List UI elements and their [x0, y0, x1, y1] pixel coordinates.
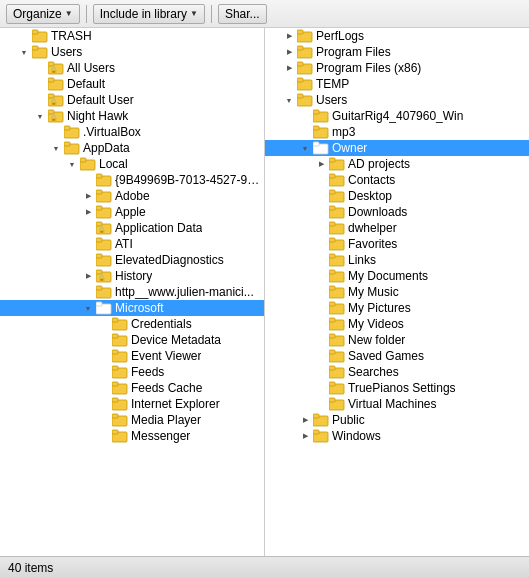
include-label: Include in library	[100, 7, 187, 21]
tree-item-default-user[interactable]: 🔒 Default User	[0, 92, 264, 108]
tree-item-default[interactable]: Default	[0, 76, 264, 92]
tree-item-contacts[interactable]: Contacts	[265, 172, 529, 188]
tree-item-trash[interactable]: TRASH	[0, 28, 264, 44]
svg-rect-40	[96, 302, 102, 306]
svg-rect-42	[112, 318, 118, 322]
svg-rect-16	[64, 126, 70, 130]
tree-item-saved-games[interactable]: Saved Games	[265, 348, 529, 364]
item-label-ad-projects: AD projects	[348, 157, 410, 171]
item-label-guid: {9B49969B-7013-4527-9F2...	[115, 173, 264, 187]
item-label-apple: Apple	[115, 205, 146, 219]
tree-item-ad-projects[interactable]: ▶ AD projects	[265, 156, 529, 172]
status-bar: 40 items	[0, 556, 529, 578]
svg-rect-80	[329, 206, 335, 210]
tree-item-mp3[interactable]: mp3	[265, 124, 529, 140]
tree-item-credentials[interactable]: Credentials	[0, 316, 264, 332]
share-button[interactable]: Shar...	[218, 4, 267, 24]
item-label-public: Public	[332, 413, 365, 427]
tree-item-links[interactable]: Links	[265, 252, 529, 268]
svg-rect-56	[112, 430, 118, 434]
tree-item-device-metadata[interactable]: Device Metadata	[0, 332, 264, 348]
item-label-feeds: Feeds	[131, 365, 164, 379]
tree-item-desktop[interactable]: Desktop	[265, 188, 529, 204]
tree-item-messenger[interactable]: Messenger	[0, 428, 264, 444]
right-pane[interactable]: ▶ PerfLogs▶ Program Files▶ Program Files…	[265, 28, 529, 556]
tree-item-media-player[interactable]: Media Player	[0, 412, 264, 428]
organize-button[interactable]: Organize ▼	[6, 4, 80, 24]
svg-rect-18	[64, 142, 70, 146]
tree-item-my-documents[interactable]: My Documents	[265, 268, 529, 284]
tree-item-microsoft[interactable]: ▼ Microsoft	[0, 300, 264, 316]
item-label-internet-explorer: Internet Explorer	[131, 397, 220, 411]
item-label-appdata: AppData	[83, 141, 130, 155]
include-library-button[interactable]: Include in library ▼	[93, 4, 205, 24]
tree-item-virtual-machines[interactable]: Virtual Machines	[265, 396, 529, 412]
item-label-media-player: Media Player	[131, 413, 201, 427]
svg-rect-66	[297, 94, 303, 98]
tree-item-downloads[interactable]: Downloads	[265, 204, 529, 220]
svg-rect-52	[112, 398, 118, 402]
tree-item-application-data[interactable]: 🔒 Application Data	[0, 220, 264, 236]
tree-item-windows[interactable]: ▶ Windows	[265, 428, 529, 444]
tree-item-program-files[interactable]: ▶ Program Files	[265, 44, 529, 60]
tree-item-guid[interactable]: {9B49969B-7013-4527-9F2...	[0, 172, 264, 188]
tree-item-night-hawk[interactable]: ▼ 🔒 Night Hawk	[0, 108, 264, 124]
tree-item-adobe[interactable]: ▶ Adobe	[0, 188, 264, 204]
item-label-all-users: All Users	[67, 61, 115, 75]
svg-rect-68	[313, 110, 319, 114]
tree-item-appdata[interactable]: ▼ AppData	[0, 140, 264, 156]
tree-item-my-pictures[interactable]: My Pictures	[265, 300, 529, 316]
item-label-links: Links	[348, 253, 376, 267]
svg-rect-70	[313, 126, 319, 130]
item-label-device-metadata: Device Metadata	[131, 333, 221, 347]
tree-item-internet-explorer[interactable]: Internet Explorer	[0, 396, 264, 412]
tree-item-all-users[interactable]: 🔒 All Users	[0, 60, 264, 76]
tree-item-elevated[interactable]: ElevatedDiagnostics	[0, 252, 264, 268]
tree-item-feeds[interactable]: Feeds	[0, 364, 264, 380]
svg-rect-90	[329, 286, 335, 290]
tree-item-perflogs[interactable]: ▶ PerfLogs	[265, 28, 529, 44]
svg-rect-31	[96, 238, 102, 242]
tree-item-event-viewer[interactable]: Event Viewer	[0, 348, 264, 364]
item-label-searches: Searches	[348, 365, 399, 379]
tree-item-owner[interactable]: ▼ Owner	[265, 140, 529, 156]
item-label-guitarrig: GuitarRig4_407960_Win	[332, 109, 463, 123]
item-label-credentials: Credentials	[131, 317, 192, 331]
tree-item-program-files-x86[interactable]: ▶ Program Files (x86)	[265, 60, 529, 76]
tree-item-searches[interactable]: Searches	[265, 364, 529, 380]
tree-item-apple[interactable]: ▶ Apple	[0, 204, 264, 220]
item-label-mp3: mp3	[332, 125, 355, 139]
left-pane[interactable]: TRASH▼ Users 🔒 All Users Default 🔒 Defau…	[0, 28, 265, 556]
tree-item-users-r[interactable]: ▼ Users	[265, 92, 529, 108]
item-label-http: http__www.julien-manici...	[115, 285, 254, 299]
tree-item-http[interactable]: http__www.julien-manici...	[0, 284, 264, 300]
item-label-users-r: Users	[316, 93, 347, 107]
tree-item-temp[interactable]: TEMP	[265, 76, 529, 92]
item-label-saved-games: Saved Games	[348, 349, 424, 363]
tree-item-local[interactable]: ▼ Local	[0, 156, 264, 172]
tree-item-guitarrig[interactable]: GuitarRig4_407960_Win	[265, 108, 529, 124]
svg-rect-38	[96, 286, 102, 290]
item-label-users: Users	[51, 45, 82, 59]
tree-item-users[interactable]: ▼ Users	[0, 44, 264, 60]
tree-item-ati[interactable]: ATI	[0, 236, 264, 252]
svg-text:🔒: 🔒	[98, 274, 106, 282]
tree-item-favorites[interactable]: Favorites	[265, 236, 529, 252]
svg-rect-8	[48, 78, 54, 82]
tree-item-history[interactable]: ▶ 🔒 History	[0, 268, 264, 284]
toolbar-separator-2	[211, 5, 212, 23]
tree-item-my-videos[interactable]: My Videos	[265, 316, 529, 332]
item-label-adobe: Adobe	[115, 189, 150, 203]
tree-item-virtualbox[interactable]: .VirtualBox	[0, 124, 264, 140]
tree-item-feeds-cache[interactable]: Feeds Cache	[0, 380, 264, 396]
svg-rect-13	[48, 110, 54, 114]
tree-item-public[interactable]: ▶ Public	[265, 412, 529, 428]
item-label-perflogs: PerfLogs	[316, 29, 364, 43]
tree-item-my-music[interactable]: My Music	[265, 284, 529, 300]
status-text: 40 items	[8, 561, 53, 575]
svg-rect-72	[313, 142, 319, 146]
tree-item-dwhelper[interactable]: dwhelper	[265, 220, 529, 236]
tree-item-new-folder[interactable]: New folder	[265, 332, 529, 348]
tree-item-truepianos[interactable]: TruePianos Settings	[265, 380, 529, 396]
item-label-owner: Owner	[332, 141, 367, 155]
